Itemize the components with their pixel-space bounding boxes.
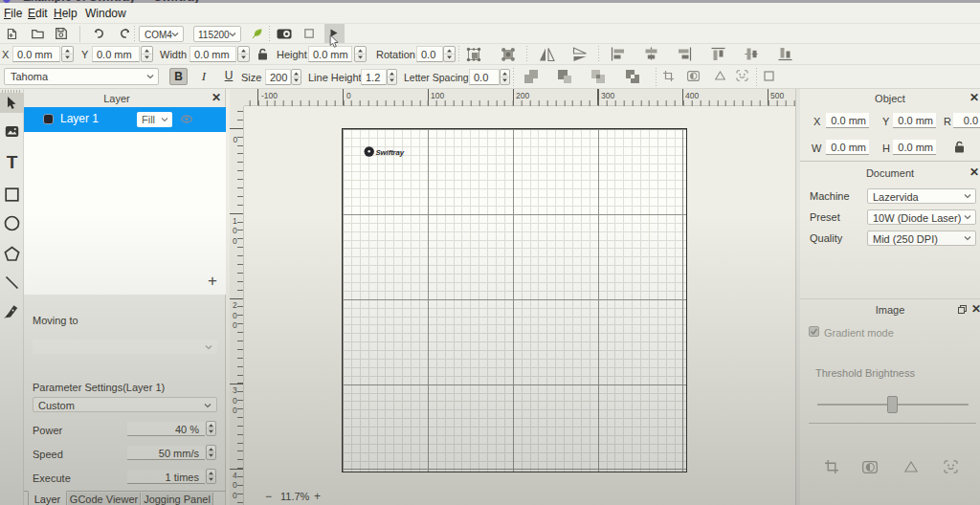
svg-text:Swiftray: Swiftray bbox=[376, 148, 405, 157]
